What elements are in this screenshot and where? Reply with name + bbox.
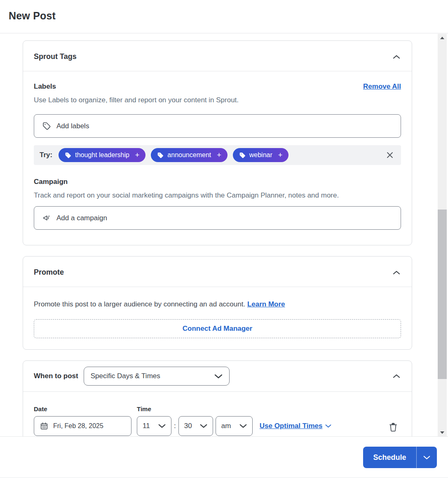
- try-label: Try:: [40, 151, 52, 159]
- chevron-up-icon: [393, 374, 400, 379]
- add-labels-placeholder: Add labels: [56, 122, 89, 130]
- meridiem-value: am: [221, 422, 231, 430]
- when-to-post-collapse-button[interactable]: [392, 373, 401, 379]
- schedule-button[interactable]: Schedule: [363, 447, 416, 468]
- modal-header: New Post: [0, 0, 448, 33]
- scrollbar-thumb[interactable]: [438, 210, 447, 379]
- tag-icon: [42, 122, 51, 130]
- promote-title: Promote: [34, 268, 64, 277]
- dismiss-suggestions-button[interactable]: [385, 150, 395, 160]
- promote-description: Promote this post to a larger audience b…: [34, 300, 245, 308]
- megaphone-icon: [42, 214, 51, 222]
- minute-select[interactable]: 30: [178, 416, 213, 436]
- scrollbar-down-arrow[interactable]: [438, 429, 447, 436]
- date-picker-input[interactable]: Fri, Feb 28, 2025: [34, 416, 131, 436]
- minute-value: 30: [184, 422, 192, 430]
- learn-more-link[interactable]: Learn More: [247, 300, 285, 308]
- delete-time-row-button[interactable]: [388, 417, 399, 436]
- tag-icon: [239, 152, 246, 159]
- labels-heading: Labels: [34, 82, 56, 91]
- schedule-type-value: Specific Days & Times: [91, 372, 160, 380]
- schedule-split-button: Schedule: [363, 447, 437, 468]
- label-suggestions-strip: Try: thought leadership +: [34, 145, 401, 165]
- settings-scroll-area: Sprout Tags Labels Remove All Use Labels…: [0, 34, 448, 437]
- vertical-scrollbar[interactable]: [438, 34, 447, 437]
- schedule-options-button[interactable]: [416, 447, 437, 468]
- trash-icon: [389, 422, 398, 432]
- chevron-down-icon: [200, 424, 207, 429]
- scrollbar-up-arrow[interactable]: [438, 35, 447, 41]
- date-label: Date: [34, 405, 131, 413]
- suggestion-label: thought leadership: [75, 151, 129, 159]
- time-column: Time 11 : 30: [137, 405, 253, 436]
- suggestion-pill-thought-leadership[interactable]: thought leadership +: [59, 148, 145, 162]
- add-suggestion-plus: +: [278, 151, 283, 160]
- add-campaign-placeholder: Add a campaign: [56, 214, 107, 222]
- schedule-type-select[interactable]: Specific Days & Times: [84, 367, 230, 386]
- suggestion-pill-announcement[interactable]: announcement +: [151, 148, 227, 162]
- connect-ad-manager-button[interactable]: Connect Ad Manager: [34, 319, 401, 338]
- sprout-tags-card: Sprout Tags Labels Remove All Use Labels…: [23, 40, 412, 245]
- date-value: Fri, Feb 28, 2025: [53, 422, 103, 430]
- sprout-tags-collapse-button[interactable]: [392, 54, 401, 60]
- promote-card: Promote Promote this post to a larger au…: [23, 256, 412, 350]
- add-labels-input[interactable]: Add labels: [34, 114, 401, 138]
- tag-icon: [65, 152, 72, 159]
- promote-header: Promote: [23, 257, 412, 287]
- add-suggestion-plus: +: [217, 151, 221, 160]
- sprout-tags-title: Sprout Tags: [34, 52, 77, 61]
- chevron-down-icon: [214, 374, 223, 379]
- labels-description: Use Labels to organize, filter and repor…: [34, 95, 401, 105]
- time-label: Time: [137, 405, 253, 413]
- calendar-icon: [40, 422, 48, 430]
- meridiem-select[interactable]: am: [216, 416, 253, 436]
- campaign-description: Track and report on your social marketin…: [34, 191, 401, 200]
- chevron-up-icon: [393, 270, 400, 275]
- suggestion-label: announcement: [167, 151, 211, 159]
- time-separator: :: [174, 422, 176, 430]
- add-campaign-input[interactable]: Add a campaign: [34, 206, 401, 230]
- remove-all-link[interactable]: Remove All: [363, 82, 401, 91]
- hour-value: 11: [143, 422, 150, 430]
- campaign-heading: Campaign: [34, 177, 401, 186]
- new-post-modal: New Post Sprout Tags Labels Remove: [0, 0, 448, 478]
- suggestion-label: webinar: [249, 151, 272, 159]
- hour-select[interactable]: 11: [137, 416, 171, 436]
- sprout-tags-header: Sprout Tags: [23, 41, 412, 71]
- modal-footer: Schedule: [0, 436, 448, 478]
- chevron-down-icon: [239, 424, 247, 429]
- tag-icon: [157, 152, 164, 159]
- when-to-post-title: When to post: [34, 372, 78, 380]
- promote-collapse-button[interactable]: [392, 269, 401, 276]
- date-column: Date Fri, Feb 28, 2025: [34, 405, 131, 436]
- when-to-post-card: When to post Specific Days & Times: [23, 360, 412, 437]
- suggestion-pill-webinar[interactable]: webinar +: [233, 148, 289, 162]
- use-optimal-times-label: Use Optimal Times: [260, 422, 323, 430]
- chevron-down-icon: [325, 424, 331, 428]
- page-title: New Post: [9, 10, 448, 22]
- chevron-down-icon: [423, 455, 430, 460]
- add-suggestion-plus: +: [135, 151, 140, 160]
- close-icon: [386, 151, 394, 159]
- use-optimal-times-link[interactable]: Use Optimal Times: [260, 416, 332, 436]
- chevron-up-icon: [393, 54, 400, 59]
- when-to-post-header: When to post Specific Days & Times: [23, 361, 412, 392]
- chevron-down-icon: [158, 424, 166, 429]
